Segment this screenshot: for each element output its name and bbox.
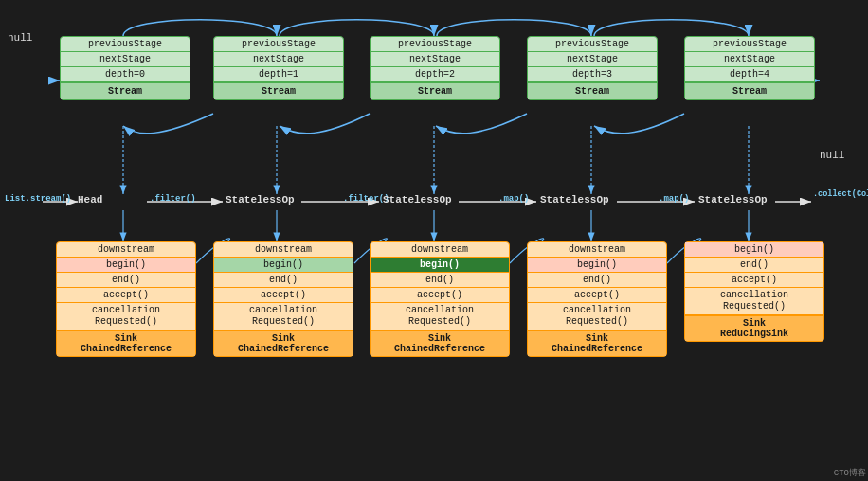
previous-stage-0: previousStage — [61, 37, 190, 52]
end-1: end() — [214, 273, 353, 288]
sink-label-4: Sink ReducingSink — [685, 315, 823, 341]
stream-box-1: previousStage nextStage depth=1 Stream — [213, 36, 344, 100]
sink-label-1: Sink ChainedReference — [214, 330, 353, 356]
depth-4: depth=4 — [685, 67, 814, 82]
null-right-label: null — [820, 150, 844, 161]
previous-stage-2: previousStage — [371, 37, 499, 52]
end-3: end() — [528, 273, 666, 288]
cancellation-3: cancellation Requested() — [528, 303, 666, 330]
op-stateless-4: StatelessOp — [698, 194, 768, 205]
downstream-3: downstream — [528, 242, 666, 258]
op-stateless-1: StatelessOp — [226, 194, 295, 205]
stream-label-1: Stream — [214, 82, 343, 99]
stream-label-4: Stream — [685, 82, 814, 99]
begin-0: begin() — [57, 258, 195, 273]
begin-4: begin() — [685, 242, 823, 258]
next-stage-2: nextStage — [371, 52, 499, 67]
begin-2: begin() — [371, 258, 509, 273]
end-4: end() — [685, 258, 823, 273]
sink-label-2: Sink ChainedReference — [371, 330, 509, 356]
stream-label-0: Stream — [61, 82, 190, 99]
watermark: CTO博客 — [834, 467, 866, 479]
begin-1: begin() — [214, 258, 353, 273]
previous-stage-4: previousStage — [685, 37, 814, 52]
sink-label-0: Sink ChainedReference — [57, 330, 195, 356]
depth-0: depth=0 — [61, 67, 190, 82]
cancellation-1: cancellation Requested() — [214, 303, 353, 330]
stream-box-0: previousStage nextStage depth=0 Stream — [60, 36, 190, 100]
depth-1: depth=1 — [214, 67, 343, 82]
next-stage-1: nextStage — [214, 52, 343, 67]
stream-label-2: Stream — [371, 82, 499, 99]
op-stateless-2: StatelessOp — [383, 194, 452, 205]
null-left-label: null — [8, 32, 32, 44]
op-list-stream: List.stream() — [5, 194, 71, 204]
arrow-collect: .collect(Collectors.toList()) — [813, 189, 865, 199]
sink-box-4: begin() end() accept() cancellation Requ… — [684, 241, 824, 342]
accept-4: accept() — [685, 273, 823, 288]
begin-3: begin() — [528, 258, 666, 273]
sink-box-0: downstream begin() end() accept() cancel… — [56, 241, 196, 357]
cancellation-0: cancellation Requested() — [57, 303, 195, 330]
accept-1: accept() — [214, 288, 353, 303]
accept-2: accept() — [371, 288, 509, 303]
downstream-2: downstream — [371, 242, 509, 258]
next-stage-0: nextStage — [61, 52, 190, 67]
stream-box-4: previousStage nextStage depth=4 Stream — [684, 36, 815, 100]
end-2: end() — [371, 273, 509, 288]
stream-box-2: previousStage nextStage depth=2 Stream — [370, 36, 500, 100]
cancellation-4: cancellation Requested() — [685, 288, 823, 315]
downstream-0: downstream — [57, 242, 195, 258]
end-0: end() — [57, 273, 195, 288]
sink-box-2: downstream begin() end() accept() cancel… — [370, 241, 510, 357]
op-stateless-3: StatelessOp — [540, 194, 609, 205]
arrow-map2: .map() — [659, 194, 689, 204]
cancellation-2: cancellation Requested() — [371, 303, 509, 330]
arrow-filter1: .filter() — [150, 194, 196, 204]
stream-label-3: Stream — [528, 82, 657, 99]
diagram-container: null null previousStage nextStage depth=… — [0, 0, 868, 481]
depth-3: depth=3 — [528, 67, 657, 82]
previous-stage-3: previousStage — [528, 37, 657, 52]
next-stage-4: nextStage — [685, 52, 814, 67]
depth-2: depth=2 — [371, 67, 499, 82]
arrow-map1: .map() — [498, 194, 529, 204]
stream-box-3: previousStage nextStage depth=3 Stream — [527, 36, 658, 100]
next-stage-3: nextStage — [528, 52, 657, 67]
accept-3: accept() — [528, 288, 666, 303]
accept-0: accept() — [57, 288, 195, 303]
sink-label-3: Sink ChainedReference — [528, 330, 666, 356]
sink-box-3: downstream begin() end() accept() cancel… — [527, 241, 667, 357]
previous-stage-1: previousStage — [214, 37, 343, 52]
downstream-1: downstream — [214, 242, 353, 258]
op-head: Head — [78, 194, 102, 205]
sink-box-1: downstream begin() end() accept() cancel… — [213, 241, 353, 357]
